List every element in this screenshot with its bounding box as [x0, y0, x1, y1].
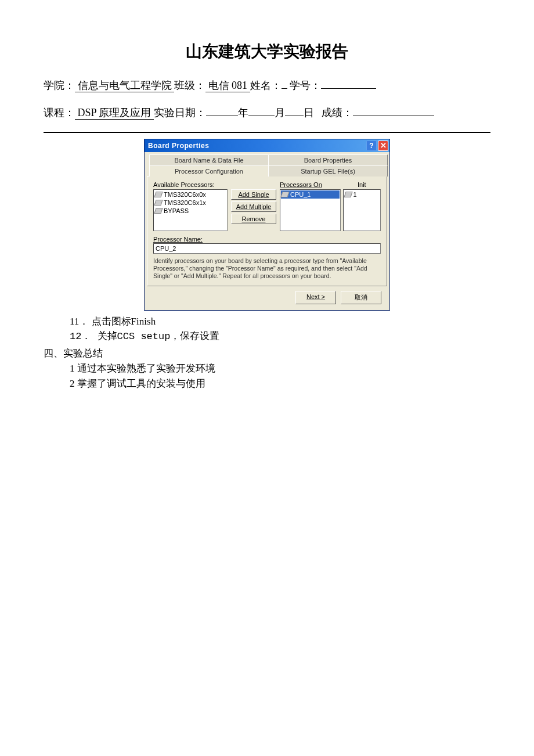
init-label: Init: [343, 181, 381, 188]
list-item[interactable]: BYPASS: [154, 207, 226, 215]
name-label: 姓名：: [250, 80, 282, 91]
next-button[interactable]: Next >: [295, 291, 336, 304]
id-blank: [321, 88, 376, 89]
date-label: 实验日期：: [154, 107, 206, 118]
class-label: 班级：: [174, 80, 205, 91]
list-item[interactable]: TMS320C6x0x: [154, 190, 226, 199]
add-single-button[interactable]: Add Single: [231, 189, 276, 200]
month-label: 月: [275, 107, 285, 118]
tab-board-properties[interactable]: Board Properties: [268, 154, 388, 165]
info-line-2: 课程： DSP 原理及应用 实验日期：年月日 成绩：: [44, 105, 490, 121]
chip-icon: [344, 192, 352, 197]
course-label: 课程：: [44, 107, 75, 118]
school-value: 信息与电气工程学院: [75, 80, 174, 92]
step-11: 11． 点击图标Finish: [70, 314, 490, 329]
remove-button[interactable]: Remove: [231, 214, 276, 224]
processor-name-input[interactable]: CPU_2: [153, 243, 381, 254]
list-item[interactable]: TMS320C6x1x: [154, 199, 226, 207]
section-4-heading: 四、实验总结: [44, 346, 490, 361]
processors-on-list[interactable]: CPU_1: [280, 189, 341, 231]
chip-icon: [280, 192, 289, 197]
tab-board-name[interactable]: Board Name & Data File: [149, 154, 269, 165]
init-list[interactable]: 1: [343, 189, 381, 231]
header-divider: [44, 132, 490, 133]
course-value: DSP 原理及应用: [75, 107, 154, 120]
summary-line-1: 1 通过本实验熟悉了实验开发环境: [70, 361, 490, 376]
class-value: 电信 081: [205, 80, 250, 92]
info-line-1: 学院： 信息与电气工程学院 班级： 电信 081 姓名： 学号：: [44, 77, 490, 94]
day-label: 日: [304, 107, 314, 118]
dialog-titlebar[interactable]: Board Properties ? ✕: [145, 139, 389, 152]
help-icon[interactable]: ?: [366, 141, 377, 151]
hint-text: Identify processors on your board by sel…: [153, 257, 381, 280]
dialog-title: Board Properties: [148, 142, 365, 150]
processor-name-label: Processor Name:: [153, 236, 381, 243]
tab-startup-gel[interactable]: Startup GEL File(s): [268, 165, 388, 177]
chip-icon: [154, 192, 163, 197]
dialog-tabs: Board Name & Data File Board Properties …: [149, 154, 387, 177]
step-12: 12． 关掉CCS setup，保存设置: [70, 329, 490, 344]
available-processors-list[interactable]: TMS320C6x0x TMS320C6x1x BYPASS: [153, 189, 228, 231]
list-item[interactable]: CPU_1: [281, 190, 340, 199]
tab-panel: Available Processors: TMS320C6x0x TMS320…: [147, 176, 387, 286]
board-properties-dialog: Board Properties ? ✕ Board Name & Data F…: [144, 139, 390, 311]
close-icon[interactable]: ✕: [378, 141, 388, 151]
available-processors-label: Available Processors:: [153, 181, 228, 188]
add-multiple-button[interactable]: Add Multiple: [231, 201, 276, 212]
id-label: 学号：: [290, 80, 321, 91]
chip-icon: [154, 200, 163, 206]
summary-line-2: 2 掌握了调试工具的安装与使用: [70, 376, 490, 391]
grade-blank: [353, 116, 434, 116]
processors-on-label: Processors On: [280, 181, 341, 188]
year-label: 年: [238, 107, 248, 118]
grade-label: 成绩：: [322, 107, 353, 118]
report-title: 山东建筑大学实验报告: [44, 41, 490, 63]
document-body: 11． 点击图标Finish 12． 关掉CCS setup，保存设置 四、实验…: [70, 314, 490, 392]
cancel-button[interactable]: 取消: [341, 291, 381, 304]
list-item[interactable]: 1: [344, 190, 380, 199]
tab-processor-config[interactable]: Processor Configuration: [149, 165, 269, 177]
chip-icon: [154, 208, 163, 214]
school-label: 学院：: [44, 80, 75, 91]
